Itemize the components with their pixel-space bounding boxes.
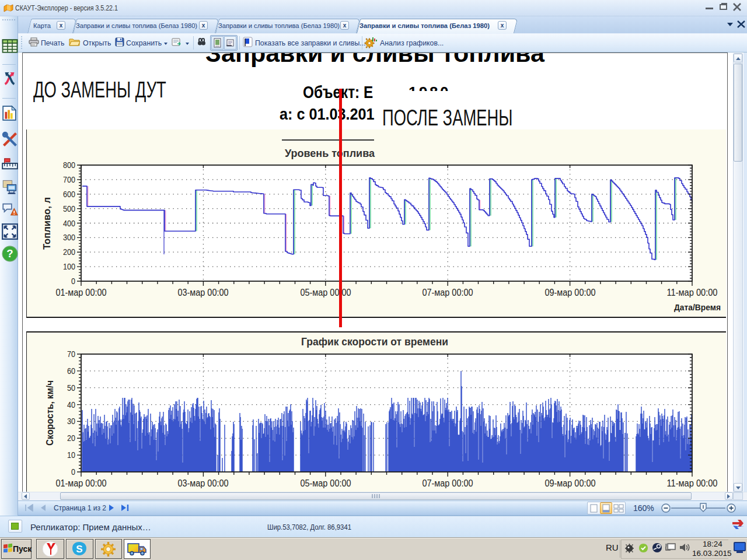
svg-text:07-мар 00:00: 07-мар 00:00 xyxy=(423,288,473,298)
svg-text:01-мар 00:00: 01-мар 00:00 xyxy=(56,478,107,488)
svg-text:400: 400 xyxy=(63,219,75,228)
svg-text:0: 0 xyxy=(71,276,75,286)
svg-text:30: 30 xyxy=(67,416,75,426)
svg-text:S: S xyxy=(76,544,82,555)
svg-text:300: 300 xyxy=(63,233,75,242)
svg-text:100: 100 xyxy=(63,262,75,271)
svg-text:10: 10 xyxy=(67,450,75,460)
svg-text:60: 60 xyxy=(67,366,75,376)
svg-text:800: 800 xyxy=(63,160,75,170)
svg-text:40: 40 xyxy=(67,400,75,410)
svg-text:11-мар 00:00: 11-мар 00:00 xyxy=(667,288,718,298)
svg-text:09-мар 00:00: 09-мар 00:00 xyxy=(545,288,596,298)
svg-text:0: 0 xyxy=(71,467,75,477)
svg-text:Дата/Время: Дата/Время xyxy=(674,302,721,312)
svg-text:01-мар 00:00: 01-мар 00:00 xyxy=(56,288,107,298)
svg-text:07-мар 00:00: 07-мар 00:00 xyxy=(423,478,473,488)
svg-text:03-мар 00:00: 03-мар 00:00 xyxy=(178,478,229,488)
svg-text:600: 600 xyxy=(63,190,75,199)
svg-text:500: 500 xyxy=(63,204,75,214)
svg-text:70: 70 xyxy=(67,349,75,359)
svg-text:200: 200 xyxy=(63,247,75,257)
svg-text:11-мар 00:00: 11-мар 00:00 xyxy=(667,478,718,488)
svg-text:20: 20 xyxy=(67,433,75,443)
svg-text:Скорость, км/ч: Скорость, км/ч xyxy=(45,380,55,446)
svg-text:05-мар 00:00: 05-мар 00:00 xyxy=(301,288,351,298)
svg-text:03-мар 00:00: 03-мар 00:00 xyxy=(178,288,229,298)
svg-text:Топливо, л: Топливо, л xyxy=(42,197,52,250)
svg-text:05-мар 00:00: 05-мар 00:00 xyxy=(301,478,351,488)
svg-text:09-мар 00:00: 09-мар 00:00 xyxy=(545,478,596,488)
svg-text:700: 700 xyxy=(63,175,75,184)
svg-text:50: 50 xyxy=(67,383,75,393)
